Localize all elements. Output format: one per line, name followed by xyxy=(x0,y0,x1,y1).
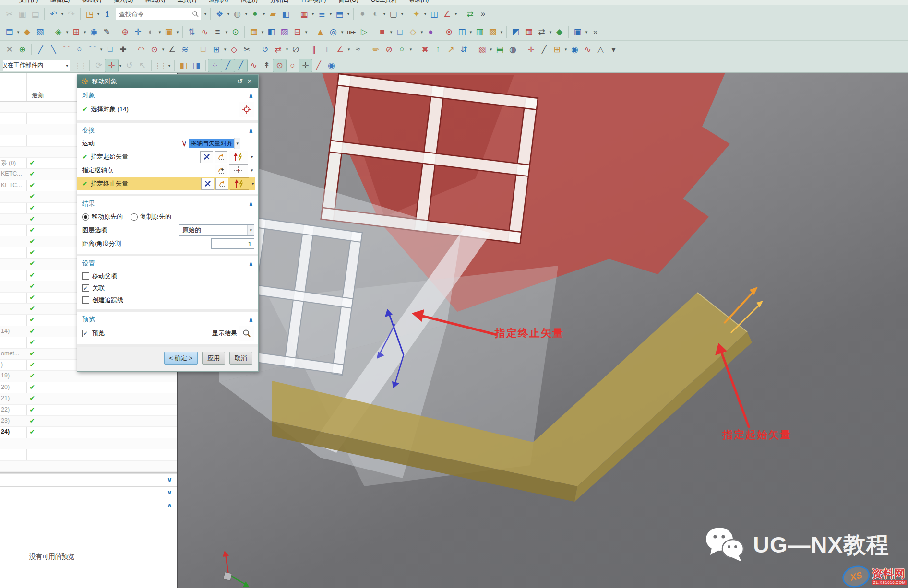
reset-orientation-icon[interactable]: ⟳ xyxy=(92,59,105,72)
dropdown-caret-icon[interactable]: ▾ xyxy=(118,63,123,68)
erase-icon[interactable]: ✕ xyxy=(3,43,16,56)
dropdown-caret-icon[interactable]: ▾ xyxy=(423,12,428,16)
menu-item[interactable]: 装配(A) xyxy=(209,0,228,4)
fill-icon[interactable]: ▦ xyxy=(522,26,535,38)
box-icon[interactable]: □ xyxy=(394,26,406,38)
chevron-up-icon[interactable]: ∧ xyxy=(248,200,253,208)
circle-green-icon[interactable]: ○ xyxy=(395,43,408,56)
mesh-icon[interactable]: ▦ xyxy=(247,26,260,38)
sphere-icon[interactable]: ● xyxy=(424,26,437,38)
drag-icon[interactable]: ↖ xyxy=(136,59,149,72)
line2-icon[interactable]: ╲ xyxy=(47,43,60,56)
menu-item[interactable]: 视图(V) xyxy=(82,0,101,4)
navigator-row[interactable]: 23)✔ xyxy=(0,416,177,427)
trim-curve-icon[interactable]: ✂ xyxy=(240,43,253,56)
vector-constructor-button-active[interactable] xyxy=(230,177,249,190)
spline-icon[interactable]: ≋ xyxy=(179,43,191,56)
check-icon[interactable]: ✔ xyxy=(28,226,36,234)
perpendicular-icon[interactable]: ⊥ xyxy=(321,43,334,56)
sphere-shade-icon[interactable]: ● xyxy=(356,8,369,20)
menu-item[interactable]: 首选项(P) xyxy=(301,0,326,4)
menu-item[interactable]: 插入(S) xyxy=(114,0,133,4)
half-shade-icon[interactable]: ◐ xyxy=(369,8,382,20)
dropdown-caret-icon[interactable]: ▾ xyxy=(389,30,394,35)
check-icon[interactable]: ✔ xyxy=(28,305,36,312)
vector-dialog-button[interactable] xyxy=(215,151,227,163)
view-section-icon[interactable]: ⬒ xyxy=(333,8,346,20)
snapshot-icon[interactable]: ◫ xyxy=(428,8,441,20)
dropdown-caret-icon[interactable]: ▾ xyxy=(489,47,493,52)
copy-original-label[interactable]: 复制原先的 xyxy=(140,212,171,221)
hatch-icon[interactable]: ▨ xyxy=(278,26,291,38)
angle-dim-icon[interactable]: ∠ xyxy=(334,43,346,56)
face-icon[interactable]: ◧ xyxy=(265,26,278,38)
dependencies-panel-collapsed[interactable]: ∨ xyxy=(0,474,177,487)
reverse-vector-button[interactable] xyxy=(200,151,213,163)
project-icon[interactable]: ⊞ xyxy=(210,43,223,56)
column-header-latest[interactable]: 最新 xyxy=(32,91,44,100)
check-icon[interactable]: ✔ xyxy=(28,394,36,402)
intersect-icon[interactable]: ⊗ xyxy=(442,26,455,38)
navigator-row[interactable]: 19)✔ xyxy=(0,371,177,382)
navigator-row[interactable]: 22)✔ xyxy=(0,405,177,416)
layer-option-dropdown[interactable]: 原始的 ▾ xyxy=(179,224,254,236)
shell-icon[interactable]: ◐ xyxy=(144,26,157,38)
cut-icon[interactable]: ✂ xyxy=(3,8,16,20)
angle-icon[interactable]: ∠ xyxy=(166,43,179,56)
check-icon[interactable]: ✔ xyxy=(28,294,36,301)
vector-constructor-button[interactable] xyxy=(229,151,248,163)
undo-icon[interactable]: ↶ xyxy=(47,8,60,20)
associative-checkbox[interactable]: ✓ xyxy=(82,284,89,292)
no-entry-icon[interactable]: ⊘ xyxy=(382,43,395,56)
circle-snap-icon[interactable]: ○ xyxy=(286,59,299,72)
chevron-up-icon[interactable]: ∧ xyxy=(248,92,253,99)
check-icon[interactable]: ✔ xyxy=(28,327,36,335)
move-original-label[interactable]: 移动原先的 xyxy=(92,212,123,221)
chevron-down-icon[interactable]: ▾ xyxy=(250,168,254,173)
dropdown-caret-icon[interactable]: ▾ xyxy=(99,47,104,52)
layer-settings-icon[interactable]: ≣ xyxy=(315,8,328,20)
diamond-icon[interactable]: ◇ xyxy=(406,26,419,38)
dropdown-caret-icon[interactable]: ▾ xyxy=(260,30,265,35)
dropdown-caret-icon[interactable]: ▾ xyxy=(340,30,345,35)
navigator-row-label[interactable]: ) xyxy=(1,361,26,368)
grid-icon[interactable]: ▩ xyxy=(486,26,499,38)
marquee-select-icon[interactable]: ⬚ xyxy=(154,59,167,72)
check-icon[interactable]: ✔ xyxy=(28,361,36,368)
inferred-point-button[interactable] xyxy=(229,164,248,176)
vector-dialog-button[interactable] xyxy=(215,178,228,190)
grid2-icon[interactable]: ⊞ xyxy=(550,43,563,56)
exchange-icon[interactable]: ⇄ xyxy=(535,26,548,38)
dropdown-caret-icon[interactable]: ▾ xyxy=(468,30,473,35)
find-command-box[interactable] xyxy=(116,8,201,20)
chevron-down-icon[interactable]: ▾ xyxy=(247,225,254,235)
chevron-down-icon[interactable]: ▾ xyxy=(234,138,241,149)
face-snap-icon[interactable]: ◨ xyxy=(190,59,203,72)
associative-label[interactable]: 关联 xyxy=(92,284,105,293)
dropdown-caret-icon[interactable]: ▾ xyxy=(223,47,227,52)
dropdown-caret-icon[interactable]: ▾ xyxy=(419,30,424,35)
chevron-up-icon[interactable]: ∧ xyxy=(248,127,253,134)
check-icon[interactable]: ✔ xyxy=(28,181,36,189)
assembly-filter-icon[interactable]: ⬚ xyxy=(74,59,87,72)
dropdown-caret-icon[interactable]: ▾ xyxy=(60,12,65,16)
dropdown-caret-icon[interactable]: ▾ xyxy=(346,47,351,52)
chevron-up-icon[interactable]: ∧ xyxy=(167,501,172,509)
check-icon[interactable]: ✔ xyxy=(28,372,36,379)
dropdown-caret-icon[interactable]: ▾ xyxy=(346,12,351,16)
folder-icon[interactable]: ▰ xyxy=(266,8,279,20)
slash-icon[interactable]: ╱ xyxy=(538,43,550,56)
graphics-viewport[interactable]: 指定终止矢量 指定起始矢量 UG—NX教程 XS 资料网 ZL.XS1616.C… xyxy=(178,73,908,588)
dropdown-caret-icon[interactable]: ▾ xyxy=(328,12,333,16)
parallel-icon[interactable]: ∥ xyxy=(308,43,321,56)
navigator-row-label[interactable]: omet... xyxy=(1,350,26,357)
chevron-down-icon[interactable]: ∨ xyxy=(167,476,172,483)
subtract-icon[interactable]: ✛ xyxy=(131,26,144,38)
effects-icon[interactable]: ✦ xyxy=(410,8,423,20)
solid-snap-icon[interactable]: ◧ xyxy=(177,59,190,72)
point-icon[interactable]: ⊙ xyxy=(229,26,242,38)
section-result-header[interactable]: 结果 xyxy=(82,200,95,208)
dropdown-caret-icon[interactable]: ▾ xyxy=(563,47,568,52)
check-icon[interactable]: ✔ xyxy=(28,170,36,177)
point-on-face-icon[interactable]: ╱ xyxy=(312,59,325,72)
